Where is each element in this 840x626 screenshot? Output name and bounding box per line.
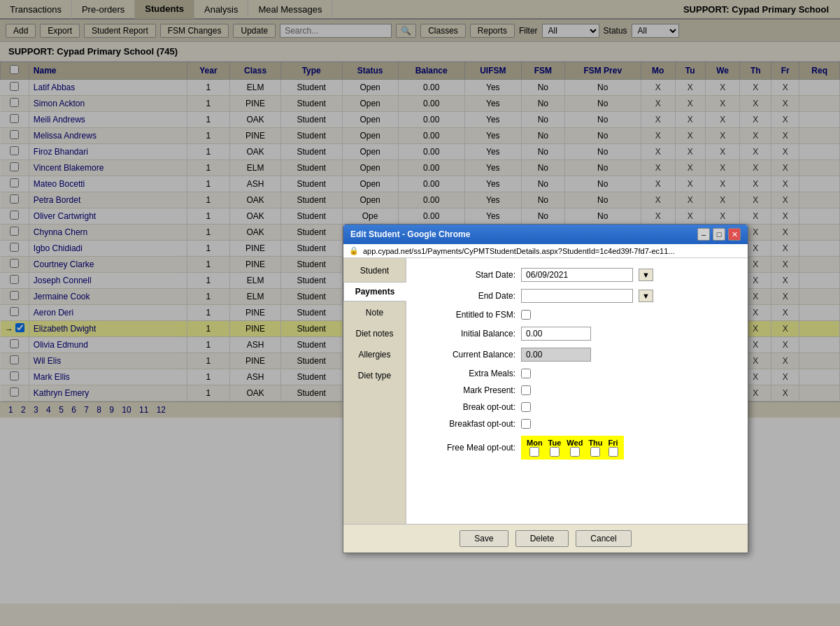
- mark-present-label: Mark Present:: [418, 385, 515, 395]
- free-meal-day-group: Tue: [548, 439, 562, 457]
- free-meal-day-group: Mon: [527, 439, 543, 457]
- minimize-button[interactable]: –: [697, 228, 710, 241]
- modal-title: Edit Student - Google Chrome: [350, 229, 470, 239]
- url-text: app.cypad.net/ss1/Payments/CyPMTStudentD…: [363, 247, 674, 255]
- breakfast-optout-row: Breakfast opt-out:: [418, 419, 736, 429]
- free-meal-day-group: Wed: [567, 439, 583, 457]
- free-meal-optout-row: Free Meal opt-out: Mon Tue Wed Thu Fri: [418, 436, 736, 460]
- breakfast-optout-checkbox[interactable]: [521, 419, 531, 429]
- cancel-button[interactable]: Cancel: [576, 530, 631, 547]
- modal-titlebar: Edit Student - Google Chrome – □ ✕: [343, 225, 748, 244]
- start-date-label: Start Date:: [418, 270, 515, 280]
- current-balance-input: [521, 348, 591, 362]
- start-date-input[interactable]: [521, 268, 633, 282]
- end-date-label: End Date:: [418, 291, 515, 301]
- tab-diet-type[interactable]: Diet type: [343, 366, 406, 385]
- current-balance-label: Current Balance:: [418, 350, 515, 360]
- tab-student[interactable]: Student: [343, 261, 406, 280]
- start-date-dropdown[interactable]: ▼: [639, 269, 653, 281]
- day-label: Wed: [567, 439, 583, 447]
- end-date-input[interactable]: [521, 289, 633, 303]
- modal-body: Student Payments Note Diet notes Allergi…: [343, 258, 748, 524]
- modal-window: Edit Student - Google Chrome – □ ✕ 🔒 app…: [343, 224, 748, 553]
- mark-present-row: Mark Present:: [418, 385, 736, 395]
- initial-balance-label: Initial Balance:: [418, 329, 515, 339]
- free-meal-day-checkbox[interactable]: [608, 447, 618, 457]
- tab-diet-notes[interactable]: Diet notes: [343, 324, 406, 343]
- end-date-row: End Date: ▼: [418, 289, 736, 303]
- modal-form-content: Start Date: ▼ End Date: ▼ Entitled to FS…: [406, 258, 748, 524]
- free-meal-optout-label: Free Meal opt-out:: [418, 443, 515, 453]
- modal-urlbar: 🔒 app.cypad.net/ss1/Payments/CyPMTStuden…: [343, 244, 748, 258]
- free-meal-days-container: Mon Tue Wed Thu Fri: [521, 436, 624, 460]
- lock-icon: 🔒: [349, 246, 359, 255]
- day-label: Tue: [548, 439, 562, 447]
- delete-button[interactable]: Delete: [515, 530, 569, 547]
- initial-balance-row: Initial Balance:: [418, 327, 736, 341]
- free-meal-day-checkbox[interactable]: [570, 447, 580, 457]
- free-meal-day-checkbox[interactable]: [590, 447, 600, 457]
- break-optout-label: Break opt-out:: [418, 402, 515, 412]
- close-button[interactable]: ✕: [728, 228, 741, 241]
- tab-payments[interactable]: Payments: [343, 282, 406, 301]
- window-buttons: – □ ✕: [697, 228, 741, 241]
- extra-meals-row: Extra Meals:: [418, 369, 736, 378]
- tab-note[interactable]: Note: [343, 303, 406, 322]
- tab-allergies[interactable]: Allergies: [343, 345, 406, 364]
- restore-button[interactable]: □: [713, 228, 725, 241]
- initial-balance-input[interactable]: [521, 327, 591, 341]
- free-meal-day-checkbox[interactable]: [529, 447, 539, 457]
- day-label: Fri: [608, 439, 618, 447]
- day-label: Thu: [588, 439, 602, 447]
- entitled-fsm-label: Entitled to FSM:: [418, 310, 515, 320]
- current-balance-row: Current Balance:: [418, 348, 736, 362]
- free-meal-day-checkbox[interactable]: [550, 447, 560, 457]
- break-optout-checkbox[interactable]: [521, 402, 531, 412]
- modal-footer: Save Delete Cancel: [343, 524, 748, 553]
- extra-meals-checkbox[interactable]: [521, 369, 531, 378]
- entitled-fsm-checkbox[interactable]: [521, 310, 531, 320]
- extra-meals-label: Extra Meals:: [418, 369, 515, 378]
- start-date-row: Start Date: ▼: [418, 268, 736, 282]
- save-button[interactable]: Save: [460, 530, 508, 547]
- entitled-fsm-row: Entitled to FSM:: [418, 310, 736, 320]
- break-optout-row: Break opt-out:: [418, 402, 736, 412]
- day-label: Mon: [527, 439, 543, 447]
- breakfast-optout-label: Breakfast opt-out:: [418, 419, 515, 429]
- modal-sidebar: Student Payments Note Diet notes Allergi…: [343, 258, 406, 524]
- free-meal-day-group: Thu: [588, 439, 602, 457]
- mark-present-checkbox[interactable]: [521, 385, 531, 395]
- free-meal-day-group: Fri: [608, 439, 618, 457]
- end-date-dropdown[interactable]: ▼: [639, 290, 653, 302]
